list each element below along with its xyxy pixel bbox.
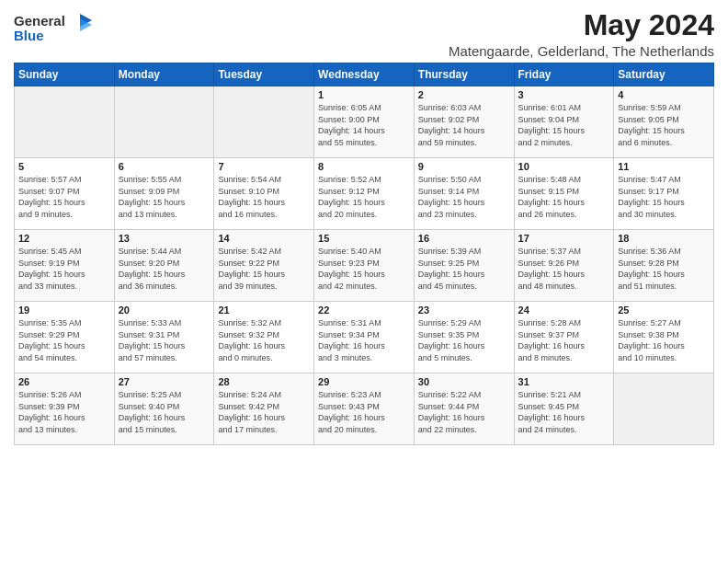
calendar-subtitle: Matengaarde, Gelderland, The Netherlands <box>449 43 714 59</box>
day-info: Sunrise: 5:55 AMSunset: 9:09 PMDaylight:… <box>119 174 210 220</box>
day-cell: 27Sunrise: 5:25 AMSunset: 9:40 PMDayligh… <box>114 373 214 445</box>
day-cell: 12Sunrise: 5:45 AMSunset: 9:19 PMDayligh… <box>15 230 115 302</box>
day-number: 17 <box>518 233 610 244</box>
week-row-4: 19Sunrise: 5:35 AMSunset: 9:29 PMDayligh… <box>15 302 714 373</box>
day-info: Sunrise: 5:29 AMSunset: 9:35 PMDaylight:… <box>418 317 510 363</box>
day-number: 4 <box>618 89 710 100</box>
day-number: 25 <box>618 304 710 316</box>
day-cell: 16Sunrise: 5:39 AMSunset: 9:25 PMDayligh… <box>414 230 514 302</box>
col-monday: Monday <box>114 63 214 86</box>
day-number: 1 <box>318 89 410 100</box>
day-number: 18 <box>618 233 710 244</box>
day-cell <box>614 373 714 445</box>
day-info: Sunrise: 5:44 AMSunset: 9:20 PMDaylight:… <box>119 246 210 292</box>
day-info: Sunrise: 5:23 AMSunset: 9:43 PMDaylight:… <box>318 389 410 435</box>
day-cell: 13Sunrise: 5:44 AMSunset: 9:20 PMDayligh… <box>114 230 214 302</box>
week-row-3: 12Sunrise: 5:45 AMSunset: 9:19 PMDayligh… <box>15 230 714 302</box>
day-info: Sunrise: 5:39 AMSunset: 9:25 PMDaylight:… <box>418 246 510 292</box>
day-cell: 29Sunrise: 5:23 AMSunset: 9:43 PMDayligh… <box>314 373 415 445</box>
day-cell: 7Sunrise: 5:54 AMSunset: 9:10 PMDaylight… <box>214 158 314 230</box>
day-number: 14 <box>218 233 310 244</box>
col-friday: Friday <box>514 63 614 86</box>
calendar-title: May 2024 <box>449 9 714 41</box>
week-row-5: 26Sunrise: 5:26 AMSunset: 9:39 PMDayligh… <box>15 373 714 445</box>
day-info: Sunrise: 5:24 AMSunset: 9:42 PMDaylight:… <box>218 389 310 435</box>
day-info: Sunrise: 5:36 AMSunset: 9:28 PMDaylight:… <box>618 246 710 292</box>
day-info: Sunrise: 5:54 AMSunset: 9:10 PMDaylight:… <box>218 174 310 220</box>
day-number: 3 <box>518 89 610 100</box>
day-number: 10 <box>518 161 610 172</box>
day-info: Sunrise: 6:01 AMSunset: 9:04 PMDaylight:… <box>518 102 610 148</box>
day-number: 21 <box>218 304 310 316</box>
day-cell: 2Sunrise: 6:03 AMSunset: 9:02 PMDaylight… <box>414 86 514 158</box>
day-info: Sunrise: 5:45 AMSunset: 9:19 PMDaylight:… <box>18 246 110 292</box>
col-saturday: Saturday <box>614 63 714 86</box>
day-number: 5 <box>18 161 110 172</box>
day-info: Sunrise: 5:31 AMSunset: 9:34 PMDaylight:… <box>318 317 410 363</box>
day-number: 22 <box>318 304 410 316</box>
day-cell: 15Sunrise: 5:40 AMSunset: 9:23 PMDayligh… <box>314 230 415 302</box>
day-cell: 23Sunrise: 5:29 AMSunset: 9:35 PMDayligh… <box>414 302 514 373</box>
header: General Blue May 2024 Matengaarde, Gelde… <box>14 9 714 59</box>
day-cell: 26Sunrise: 5:26 AMSunset: 9:39 PMDayligh… <box>15 373 115 445</box>
day-info: Sunrise: 5:35 AMSunset: 9:29 PMDaylight:… <box>18 317 110 363</box>
calendar-table: Sunday Monday Tuesday Wednesday Thursday… <box>14 63 714 445</box>
day-info: Sunrise: 5:42 AMSunset: 9:22 PMDaylight:… <box>218 246 310 292</box>
day-number: 15 <box>318 233 410 244</box>
day-cell: 24Sunrise: 5:28 AMSunset: 9:37 PMDayligh… <box>514 302 614 373</box>
day-info: Sunrise: 5:48 AMSunset: 9:15 PMDaylight:… <box>518 174 610 220</box>
week-row-1: 1Sunrise: 6:05 AMSunset: 9:00 PMDaylight… <box>15 86 714 158</box>
day-cell: 1Sunrise: 6:05 AMSunset: 9:00 PMDaylight… <box>314 86 415 158</box>
day-info: Sunrise: 5:50 AMSunset: 9:14 PMDaylight:… <box>418 174 510 220</box>
day-info: Sunrise: 5:47 AMSunset: 9:17 PMDaylight:… <box>618 174 710 220</box>
day-number: 31 <box>518 376 610 387</box>
day-cell: 17Sunrise: 5:37 AMSunset: 9:26 PMDayligh… <box>514 230 614 302</box>
col-thursday: Thursday <box>414 63 514 86</box>
day-cell <box>15 86 115 158</box>
day-info: Sunrise: 5:33 AMSunset: 9:31 PMDaylight:… <box>119 317 210 363</box>
day-info: Sunrise: 5:21 AMSunset: 9:45 PMDaylight:… <box>518 389 610 435</box>
day-cell: 18Sunrise: 5:36 AMSunset: 9:28 PMDayligh… <box>614 230 714 302</box>
day-info: Sunrise: 5:22 AMSunset: 9:44 PMDaylight:… <box>418 389 510 435</box>
col-tuesday: Tuesday <box>214 63 314 86</box>
day-number: 27 <box>119 376 210 387</box>
logo-text: General Blue <box>14 9 97 50</box>
day-number: 2 <box>418 89 510 100</box>
day-cell: 25Sunrise: 5:27 AMSunset: 9:38 PMDayligh… <box>614 302 714 373</box>
col-sunday: Sunday <box>15 63 115 86</box>
day-number: 19 <box>18 304 110 316</box>
day-cell: 10Sunrise: 5:48 AMSunset: 9:15 PMDayligh… <box>514 158 614 230</box>
day-cell: 30Sunrise: 5:22 AMSunset: 9:44 PMDayligh… <box>414 373 514 445</box>
logo: General Blue <box>14 9 97 50</box>
day-info: Sunrise: 5:32 AMSunset: 9:32 PMDaylight:… <box>218 317 310 363</box>
day-number: 26 <box>18 376 110 387</box>
page: General Blue May 2024 Matengaarde, Gelde… <box>0 0 728 454</box>
header-row: Sunday Monday Tuesday Wednesday Thursday… <box>15 63 714 86</box>
day-number: 20 <box>119 304 210 316</box>
day-number: 24 <box>518 304 610 316</box>
day-info: Sunrise: 6:03 AMSunset: 9:02 PMDaylight:… <box>418 102 510 148</box>
day-cell <box>114 86 214 158</box>
day-cell: 9Sunrise: 5:50 AMSunset: 9:14 PMDaylight… <box>414 158 514 230</box>
day-cell: 6Sunrise: 5:55 AMSunset: 9:09 PMDaylight… <box>114 158 214 230</box>
day-number: 11 <box>618 161 710 172</box>
day-number: 9 <box>418 161 510 172</box>
day-cell: 3Sunrise: 6:01 AMSunset: 9:04 PMDaylight… <box>514 86 614 158</box>
day-cell: 8Sunrise: 5:52 AMSunset: 9:12 PMDaylight… <box>314 158 415 230</box>
day-cell: 28Sunrise: 5:24 AMSunset: 9:42 PMDayligh… <box>214 373 314 445</box>
day-cell: 4Sunrise: 5:59 AMSunset: 9:05 PMDaylight… <box>614 86 714 158</box>
day-info: Sunrise: 5:57 AMSunset: 9:07 PMDaylight:… <box>18 174 110 220</box>
day-info: Sunrise: 5:40 AMSunset: 9:23 PMDaylight:… <box>318 246 410 292</box>
day-info: Sunrise: 5:59 AMSunset: 9:05 PMDaylight:… <box>618 102 710 148</box>
day-number: 13 <box>119 233 210 244</box>
svg-text:Blue: Blue <box>14 28 44 43</box>
day-info: Sunrise: 6:05 AMSunset: 9:00 PMDaylight:… <box>318 102 410 148</box>
day-cell: 14Sunrise: 5:42 AMSunset: 9:22 PMDayligh… <box>214 230 314 302</box>
svg-text:General: General <box>14 13 65 29</box>
day-number: 16 <box>418 233 510 244</box>
day-number: 6 <box>119 161 210 172</box>
day-cell: 22Sunrise: 5:31 AMSunset: 9:34 PMDayligh… <box>314 302 415 373</box>
day-cell <box>214 86 314 158</box>
day-number: 23 <box>418 304 510 316</box>
day-info: Sunrise: 5:28 AMSunset: 9:37 PMDaylight:… <box>518 317 610 363</box>
